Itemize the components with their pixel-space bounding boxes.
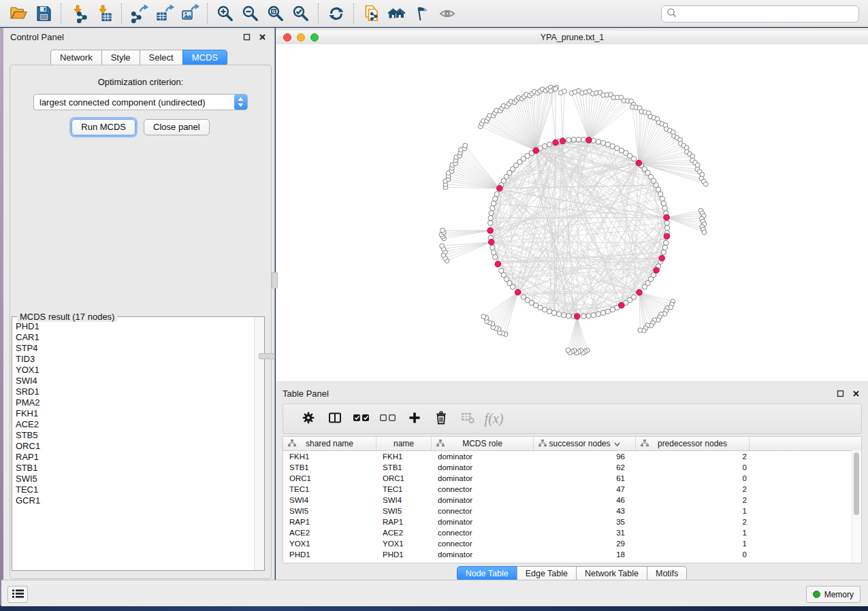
tab-edge-table[interactable]: Edge Table xyxy=(517,566,577,581)
table-row[interactable]: YOX1YOX1connector291 xyxy=(283,538,861,549)
cell-shared-name[interactable]: RAP1 xyxy=(283,516,376,527)
mcds-result-item[interactable]: ORC1 xyxy=(16,441,255,452)
float-panel-icon[interactable] xyxy=(241,32,252,42)
cell-name[interactable]: YOX1 xyxy=(376,538,432,549)
cell-predecessor-nodes[interactable]: 0 xyxy=(636,462,750,473)
network-canvas[interactable] xyxy=(276,44,868,381)
cell-name[interactable]: ACE2 xyxy=(376,527,432,538)
cell-MCDS-role[interactable]: connector xyxy=(432,484,534,495)
cell-name[interactable]: ORC1 xyxy=(376,473,432,484)
cell-successor-nodes[interactable]: 62 xyxy=(534,462,636,473)
tab-motifs[interactable]: Motifs xyxy=(647,566,687,581)
mcds-result-item[interactable]: TEC1 xyxy=(16,484,255,495)
search-input[interactable] xyxy=(678,9,858,20)
table-scrollbar-thumb[interactable] xyxy=(854,452,859,515)
cell-shared-name[interactable]: FKH1 xyxy=(283,451,376,462)
cell-MCDS-role[interactable]: dominator xyxy=(432,451,534,462)
cell-MCDS-role[interactable]: dominator xyxy=(432,549,534,560)
mcds-result-item[interactable]: SWI4 xyxy=(16,376,255,386)
mcds-result-item[interactable]: SRD1 xyxy=(16,386,255,397)
cell-predecessor-nodes[interactable]: 1 xyxy=(636,527,750,538)
float-table-panel-icon[interactable] xyxy=(835,389,846,398)
cell-name[interactable]: SWI5 xyxy=(376,506,432,516)
cell-shared-name[interactable]: SWI5 xyxy=(283,506,376,516)
table-row[interactable]: SWI5SWI5connector431 xyxy=(283,506,861,516)
cell-successor-nodes[interactable]: 43 xyxy=(534,506,636,516)
cell-MCDS-role[interactable]: connector xyxy=(432,506,534,516)
split-table-button[interactable] xyxy=(321,407,348,431)
open-folder-button[interactable] xyxy=(5,2,31,25)
table-row[interactable]: RAP1RAP1dominator352 xyxy=(283,516,861,527)
cell-successor-nodes[interactable]: 29 xyxy=(534,538,636,549)
cell-successor-nodes[interactable]: 35 xyxy=(534,516,636,527)
mcds-result-item[interactable]: TID3 xyxy=(16,354,255,365)
cell-successor-nodes[interactable]: 96 xyxy=(534,451,636,462)
table-scrollbar[interactable] xyxy=(852,450,861,563)
cell-predecessor-nodes[interactable]: 1 xyxy=(636,506,750,516)
cell-name[interactable]: FKH1 xyxy=(376,451,432,462)
hide-details-button[interactable] xyxy=(409,2,434,25)
cell-shared-name[interactable]: ORC1 xyxy=(283,473,376,484)
task-history-button[interactable] xyxy=(7,586,28,603)
vertical-splitter-handle[interactable] xyxy=(272,272,278,288)
tab-network[interactable]: Network xyxy=(50,50,102,66)
select-all-rows-button[interactable] xyxy=(348,407,374,431)
memory-button[interactable]: Memory xyxy=(806,586,861,603)
table-row[interactable]: ORC1ORC1dominator610 xyxy=(283,473,861,484)
table-settings-button[interactable] xyxy=(295,407,321,431)
export-table-button[interactable] xyxy=(152,2,177,25)
cell-predecessor-nodes[interactable]: 2 xyxy=(636,495,750,506)
cell-shared-name[interactable]: STB1 xyxy=(283,462,376,473)
cell-predecessor-nodes[interactable]: 2 xyxy=(636,451,750,462)
table-row[interactable]: ACE2ACE2connector311 xyxy=(283,527,861,538)
column-header-MCDS-role[interactable]: MCDS role xyxy=(432,437,534,450)
cell-MCDS-role[interactable]: dominator xyxy=(432,473,534,484)
column-header-shared-name[interactable]: shared name xyxy=(283,437,376,450)
cell-MCDS-role[interactable]: dominator xyxy=(432,495,534,506)
cell-predecessor-nodes[interactable]: 0 xyxy=(636,473,750,484)
close-panel-icon[interactable] xyxy=(257,32,268,42)
cell-name[interactable]: PHD1 xyxy=(376,549,432,560)
mcds-result-item[interactable]: SWI5 xyxy=(16,474,255,484)
cell-name[interactable]: RAP1 xyxy=(376,516,432,527)
cell-MCDS-role[interactable]: connector xyxy=(432,538,534,549)
tab-style[interactable]: Style xyxy=(101,50,140,66)
table-row[interactable]: PHD1PHD1dominator180 xyxy=(283,549,861,560)
search-box[interactable] xyxy=(661,5,859,22)
cell-predecessor-nodes[interactable]: 2 xyxy=(636,516,750,527)
tab-node-table[interactable]: Node Table xyxy=(457,566,517,581)
cell-predecessor-nodes[interactable]: 1 xyxy=(636,538,750,549)
zoom-in-button[interactable] xyxy=(212,2,238,25)
cell-MCDS-role[interactable]: dominator xyxy=(432,462,534,473)
export-network-button[interactable] xyxy=(127,2,152,25)
cell-shared-name[interactable]: ACE2 xyxy=(283,527,376,538)
import-network-button[interactable] xyxy=(66,2,91,25)
horizontal-splitter-handle[interactable] xyxy=(259,353,275,359)
zoom-selected-button[interactable] xyxy=(288,2,313,25)
cell-predecessor-nodes[interactable]: 2 xyxy=(636,484,750,495)
run-mcds-button[interactable]: Run MCDS xyxy=(71,119,135,135)
cell-shared-name[interactable]: YOX1 xyxy=(283,538,376,549)
add-column-button[interactable] xyxy=(401,407,428,431)
mcds-result-item[interactable]: STP4 xyxy=(16,343,255,354)
close-window-icon[interactable] xyxy=(283,33,291,42)
cell-MCDS-role[interactable]: connector xyxy=(432,527,534,538)
zoom-fit-button[interactable] xyxy=(263,2,288,25)
cell-shared-name[interactable]: PHD1 xyxy=(283,549,376,560)
cell-shared-name[interactable]: SWI4 xyxy=(283,495,376,506)
close-panel-button[interactable]: Close panel xyxy=(144,119,210,135)
cell-name[interactable]: TEC1 xyxy=(376,484,432,495)
tab-select[interactable]: Select xyxy=(140,50,183,66)
tab-network-table[interactable]: Network Table xyxy=(576,566,647,581)
cell-successor-nodes[interactable]: 47 xyxy=(534,484,636,495)
table-row[interactable]: SWI4SWI4dominator462 xyxy=(283,495,861,506)
delete-columns-button[interactable] xyxy=(428,407,454,431)
cell-name[interactable]: SWI4 xyxy=(376,495,432,506)
share-document-button[interactable] xyxy=(359,2,384,25)
refresh-button[interactable] xyxy=(323,2,349,25)
optimization-criterion-select[interactable]: largest connected component (undirected) xyxy=(33,94,248,110)
column-header-predecessor-nodes[interactable]: predecessor nodes xyxy=(636,437,750,450)
save-button[interactable] xyxy=(31,2,56,25)
mcds-result-item[interactable]: PHD1 xyxy=(16,321,255,332)
mcds-result-item[interactable]: FKH1 xyxy=(16,408,255,419)
